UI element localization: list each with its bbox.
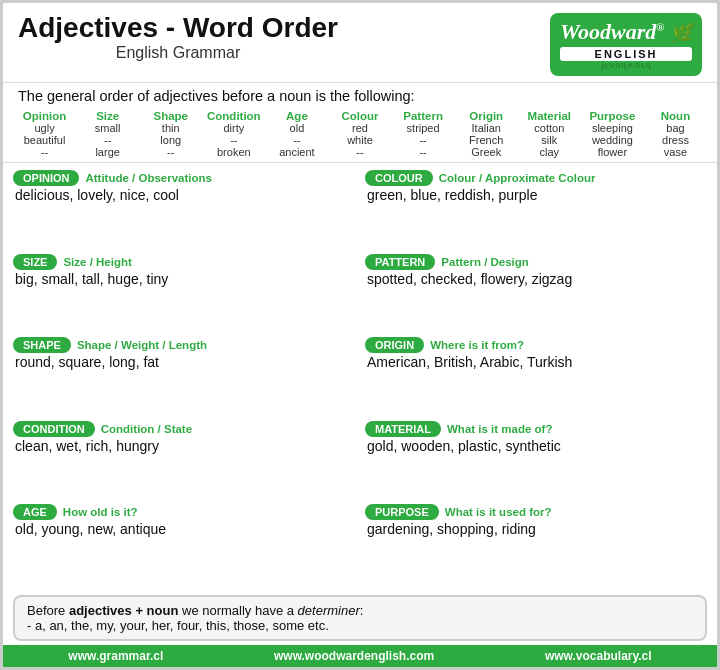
adj-tag-row: MATERIALWhat is it made of? (365, 421, 707, 437)
order-word: -- (104, 134, 111, 146)
order-header: Origin (469, 110, 503, 122)
order-col-shape: Shapethinlong-- (139, 110, 202, 158)
order-word: Greek (471, 146, 501, 158)
footer-pre: Before (27, 603, 69, 618)
adj-block-pattern: PATTERNPattern / Designspotted, checked,… (365, 254, 707, 332)
adj-tag-row: SIZESize / Height (13, 254, 355, 270)
order-word: ancient (279, 146, 314, 158)
adj-block-purpose: PURPOSEWhat is it used for?gardening, sh… (365, 504, 707, 582)
order-word: dress (662, 134, 689, 146)
order-word: long (160, 134, 181, 146)
order-row: Opinionuglybeautiful--Sizesmall--largeSh… (3, 107, 717, 160)
order-word: -- (41, 146, 48, 158)
order-header: Shape (153, 110, 188, 122)
order-word: -- (356, 146, 363, 158)
adj-tag: MATERIAL (365, 421, 441, 437)
adj-block-shape: SHAPEShape / Weight / Lengthround, squar… (13, 337, 355, 415)
adj-examples: American, British, Arabic, Turkish (365, 354, 707, 370)
order-col-opinion: Opinionuglybeautiful-- (13, 110, 76, 158)
adj-examples: green, blue, reddish, purple (365, 187, 707, 203)
divider (3, 162, 717, 163)
adj-tag: CONDITION (13, 421, 95, 437)
footer-bold: adjectives + noun (69, 603, 178, 618)
adj-desc: Attitude / Observations (85, 172, 212, 184)
adj-tag-row: COLOURColour / Approximate Colour (365, 170, 707, 186)
order-word: -- (419, 146, 426, 158)
order-header: Size (96, 110, 119, 122)
order-word: -- (419, 134, 426, 146)
order-word: cotton (534, 122, 564, 134)
adj-examples: gardening, shopping, riding (365, 521, 707, 537)
order-col-pattern: Patternstriped---- (392, 110, 455, 158)
order-header: Condition (207, 110, 261, 122)
order-col-noun: Nounbagdressvase (644, 110, 707, 158)
order-header: Pattern (403, 110, 443, 122)
order-word: ugly (34, 122, 54, 134)
adj-examples: round, square, long, fat (13, 354, 355, 370)
order-word: flower (598, 146, 627, 158)
adj-desc: Colour / Approximate Colour (439, 172, 596, 184)
order-col-colour: Colourredwhite-- (328, 110, 391, 158)
order-header: Opinion (23, 110, 66, 122)
adj-tag: COLOUR (365, 170, 433, 186)
header-left: Adjectives - Word Order English Grammar (18, 13, 338, 62)
order-header: Age (286, 110, 308, 122)
order-word: thin (162, 122, 180, 134)
order-word: small (95, 122, 121, 134)
adj-tag: AGE (13, 504, 57, 520)
order-word: French (469, 134, 503, 146)
adj-examples: big, small, tall, huge, tiny (13, 271, 355, 287)
content-grid: OPINIONAttitude / Observationsdelicious,… (3, 165, 717, 591)
adj-desc: How old is it? (63, 506, 138, 518)
order-word: large (95, 146, 119, 158)
order-word: white (347, 134, 373, 146)
website-link[interactable]: www.vocabulary.cl (545, 649, 652, 663)
website-link[interactable]: www.woodwardenglish.com (274, 649, 434, 663)
order-word: wedding (592, 134, 633, 146)
logo-reg: ® (656, 21, 664, 33)
adj-desc: Size / Height (63, 256, 131, 268)
adj-tag: SIZE (13, 254, 57, 270)
adj-desc: Condition / State (101, 423, 192, 435)
order-word: -- (167, 146, 174, 158)
order-col-size: Sizesmall--large (76, 110, 139, 158)
adj-examples: clean, wet, rich, hungry (13, 438, 355, 454)
header: Adjectives - Word Order English Grammar … (3, 3, 717, 83)
adj-tag-row: ORIGINWhere is it from? (365, 337, 707, 353)
adj-desc: Pattern / Design (441, 256, 529, 268)
order-word: dirty (223, 122, 244, 134)
website-link[interactable]: www.grammar.cl (68, 649, 163, 663)
logo-leaf: 🌿 (670, 23, 692, 43)
footer-end: : (360, 603, 364, 618)
adj-tag: OPINION (13, 170, 79, 186)
main-container: Adjectives - Word Order English Grammar … (0, 0, 720, 670)
adj-desc: What is it made of? (447, 423, 552, 435)
footer-post: we normally have a (178, 603, 297, 618)
order-word: old (290, 122, 305, 134)
adj-block-colour: COLOURColour / Approximate Colourgreen, … (365, 170, 707, 248)
order-word: broken (217, 146, 251, 158)
order-header: Colour (341, 110, 378, 122)
order-col-material: Materialcottonsilkclay (518, 110, 581, 158)
adj-examples: spotted, checked, flowery, zigzag (365, 271, 707, 287)
order-col-purpose: Purposesleepingweddingflower (581, 110, 644, 158)
order-col-origin: OriginItalianFrenchGreek (455, 110, 518, 158)
adj-desc: Where is it from? (430, 339, 524, 351)
order-word: vase (664, 146, 687, 158)
order-header: Material (528, 110, 571, 122)
order-word: Italian (472, 122, 501, 134)
page-subtitle: English Grammar (18, 44, 338, 62)
logo-reflection: Woodward (560, 61, 692, 72)
adj-tag: PATTERN (365, 254, 435, 270)
adj-tag: PURPOSE (365, 504, 439, 520)
footer-note: Before adjectives + noun we normally hav… (13, 595, 707, 641)
page-title: Adjectives - Word Order (18, 13, 338, 44)
order-word: bag (666, 122, 684, 134)
adj-block-size: SIZESize / Heightbig, small, tall, huge,… (13, 254, 355, 332)
logo-box: Woodward® 🌿 ENGLISH Woodward (550, 13, 702, 76)
order-header: Purpose (589, 110, 635, 122)
order-header: Noun (661, 110, 690, 122)
adj-tag-row: PURPOSEWhat is it used for? (365, 504, 707, 520)
order-word: sleeping (592, 122, 633, 134)
adj-desc: Shape / Weight / Length (77, 339, 207, 351)
